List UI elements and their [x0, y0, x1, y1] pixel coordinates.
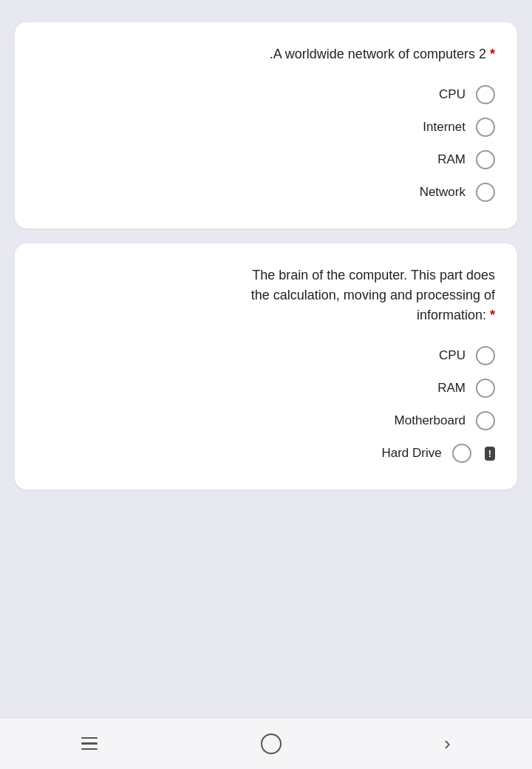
- question-3-line3: :information: [417, 308, 486, 322]
- option-q2-network-label: Network: [420, 185, 466, 200]
- option-q2-network[interactable]: Network: [420, 183, 495, 202]
- question-3-options: CPU RAM Motherboard Hard Drive: [37, 346, 495, 463]
- option-q3-cpu[interactable]: CPU: [439, 346, 495, 365]
- option-q2-internet-label: Internet: [423, 120, 466, 135]
- nav-back-button[interactable]: ›: [444, 732, 451, 755]
- radio-q3-motherboard[interactable]: [476, 411, 495, 430]
- option-q3-harddrive-label: Hard Drive: [381, 446, 441, 461]
- required-star-q2: *: [490, 47, 495, 61]
- radio-q2-ram[interactable]: [476, 150, 495, 169]
- radio-q2-network[interactable]: [476, 183, 495, 202]
- radio-q3-cpu[interactable]: [476, 346, 495, 365]
- radio-q3-ram[interactable]: [476, 379, 495, 398]
- question-2-options: CPU Internet RAM Network: [37, 85, 495, 202]
- question-2-text: * A worldwide network of computers 2.: [37, 44, 495, 64]
- option-q3-ram[interactable]: RAM: [437, 379, 495, 398]
- nav-home-button[interactable]: [261, 734, 282, 754]
- nav-menu-button[interactable]: [81, 737, 98, 751]
- question-3-card: The brain of the computer. This part doe…: [15, 243, 517, 489]
- option-q2-cpu-label: CPU: [439, 87, 466, 102]
- radio-q2-internet[interactable]: [476, 118, 495, 137]
- question-2-card: * A worldwide network of computers 2. CP…: [15, 22, 517, 228]
- question-3-line2: the calculation, moving and processing o…: [251, 288, 495, 302]
- option-q3-motherboard-label: Motherboard: [395, 413, 466, 428]
- radio-q3-harddrive[interactable]: [452, 444, 471, 463]
- question-3-line1: The brain of the computer. This part doe…: [252, 268, 495, 282]
- question-3-text: The brain of the computer. This part doe…: [37, 265, 495, 325]
- required-star-q3: *: [490, 308, 495, 322]
- option-q2-internet[interactable]: Internet: [423, 118, 495, 137]
- option-q3-harddrive[interactable]: Hard Drive: [381, 444, 495, 463]
- bottom-nav-bar: ›: [0, 717, 532, 769]
- question-2-body: A worldwide network of computers: [273, 47, 475, 61]
- option-q2-ram[interactable]: RAM: [437, 150, 495, 169]
- option-q3-cpu-label: CPU: [439, 348, 466, 363]
- option-q2-cpu[interactable]: CPU: [439, 85, 495, 104]
- option-q2-ram-label: RAM: [437, 152, 466, 167]
- option-q3-ram-label: RAM: [437, 381, 466, 396]
- notification-badge: [485, 447, 495, 461]
- radio-q2-cpu[interactable]: [476, 85, 495, 104]
- option-q3-motherboard[interactable]: Motherboard: [395, 411, 495, 430]
